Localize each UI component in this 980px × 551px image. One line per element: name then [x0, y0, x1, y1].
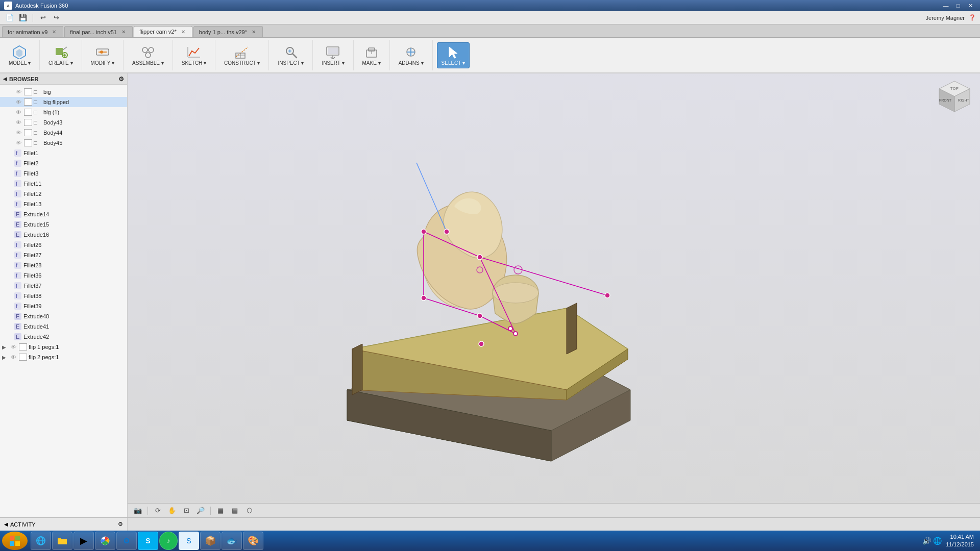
- visibility-checkbox[interactable]: [19, 343, 27, 350]
- browser-item-big[interactable]: 👁 □ big: [0, 87, 127, 97]
- taskbar-app5[interactable]: 📦: [200, 532, 220, 550]
- visibility-checkbox[interactable]: [24, 109, 32, 116]
- addins-button[interactable]: ADD-INS ▾: [394, 42, 428, 68]
- visibility-icon[interactable]: 👁: [9, 354, 17, 360]
- create-button[interactable]: CREATE ▾: [44, 42, 78, 68]
- browser-item-extrude41[interactable]: E Extrude41: [0, 321, 127, 332]
- browser-item-fillet12[interactable]: f Fillet12: [0, 189, 127, 199]
- browser-item-extrude15[interactable]: E Extrude15: [0, 219, 127, 230]
- taskbar-app6[interactable]: 🐟: [222, 532, 242, 550]
- browser-item-fillet39[interactable]: f Fillet39: [0, 301, 127, 311]
- zoom-fit-button[interactable]: ⊡: [180, 505, 192, 516]
- tab-close-final[interactable]: ✕: [120, 29, 127, 35]
- browser-item-fillet1[interactable]: f Fillet1: [0, 148, 127, 158]
- taskbar-skype[interactable]: S: [138, 532, 158, 550]
- taskbar-paint[interactable]: 🎨: [243, 532, 263, 550]
- tree-expand-arrow[interactable]: ▶: [2, 344, 9, 350]
- modify-button[interactable]: MODIFY ▾: [86, 42, 119, 68]
- new-button[interactable]: 📄: [4, 13, 15, 23]
- assemble-button[interactable]: ASSEMBLE ▾: [128, 42, 168, 68]
- taskbar-spotify[interactable]: ♪: [159, 532, 178, 550]
- insert-button[interactable]: INSERT ▾: [317, 42, 349, 68]
- browser-item-extrude14[interactable]: E Extrude14: [0, 209, 127, 219]
- browser-settings-icon[interactable]: ⚙: [118, 76, 124, 83]
- minimize-button[interactable]: —: [940, 1, 951, 10]
- orbit-button[interactable]: ⟳: [152, 505, 164, 516]
- undo-button[interactable]: ↩: [37, 13, 48, 23]
- display-mode-button[interactable]: ▦: [214, 505, 227, 516]
- taskbar-chrome[interactable]: [95, 532, 115, 550]
- browser-item-body45[interactable]: 👁 □ Body45: [0, 138, 127, 148]
- environment-button[interactable]: ⬡: [243, 505, 255, 516]
- select-button[interactable]: SELECT ▾: [437, 42, 470, 68]
- tab-animation[interactable]: for animation v9 ✕: [2, 26, 63, 37]
- model-icon: [11, 45, 28, 59]
- browser-item-fillet26[interactable]: f Fillet26: [0, 240, 127, 250]
- tab-final-par[interactable]: final par... inch v51 ✕: [64, 26, 133, 37]
- browser-item-fillet28[interactable]: f Fillet28: [0, 260, 127, 270]
- construct-button[interactable]: CONSTRUCT ▾: [219, 42, 264, 68]
- visibility-icon[interactable]: 👁: [9, 344, 17, 350]
- browser-collapse-arrow[interactable]: ◀: [3, 76, 7, 82]
- activity-settings-icon[interactable]: ⚙: [118, 521, 123, 528]
- visibility-icon[interactable]: 👁: [14, 89, 22, 95]
- close-button[interactable]: ✕: [965, 1, 976, 10]
- taskbar-ie[interactable]: [31, 532, 51, 550]
- redo-button[interactable]: ↪: [51, 13, 62, 23]
- help-icon[interactable]: ❓: [969, 14, 976, 21]
- addins-label: ADD-INS ▾: [399, 60, 424, 66]
- visibility-checkbox[interactable]: [24, 88, 32, 95]
- taskbar-outlook[interactable]: O: [116, 532, 137, 550]
- browser-item-fillet37[interactable]: f Fillet37: [0, 281, 127, 291]
- navigation-cube[interactable]: TOP RIGHT FRONT: [934, 79, 975, 119]
- browser-item-extrude42[interactable]: E Extrude42: [0, 332, 127, 342]
- visibility-checkbox[interactable]: [19, 354, 27, 361]
- grid-button[interactable]: ▤: [229, 505, 241, 516]
- activity-collapse-arrow[interactable]: ◀: [4, 521, 8, 527]
- inspect-button[interactable]: INSPECT ▾: [273, 42, 308, 68]
- save-button[interactable]: 💾: [17, 13, 29, 23]
- visibility-checkbox[interactable]: [24, 129, 32, 136]
- browser-item-body43[interactable]: 👁 □ Body43: [0, 117, 127, 128]
- visibility-icon[interactable]: 👁: [14, 99, 22, 105]
- tab-body[interactable]: body 1 p... ths v29* ✕: [193, 26, 263, 37]
- camera-button[interactable]: 📷: [132, 505, 144, 516]
- browser-item-body44[interactable]: 👁 □ Body44: [0, 128, 127, 138]
- browser-item-fillet13[interactable]: f Fillet13: [0, 199, 127, 209]
- browser-item-fillet38[interactable]: f Fillet38: [0, 291, 127, 301]
- browser-item-fillet3[interactable]: f Fillet3: [0, 168, 127, 179]
- pan-button[interactable]: ✋: [166, 505, 178, 516]
- taskbar-skype2[interactable]: S: [179, 532, 199, 550]
- tab-close-body[interactable]: ✕: [250, 29, 257, 35]
- tab-flipper-cam[interactable]: flipper cam v2* ✕: [134, 26, 192, 37]
- browser-group-flip1[interactable]: ▶ 👁 flip 1 pegs:1: [0, 342, 127, 352]
- maximize-button[interactable]: □: [952, 1, 964, 10]
- make-button[interactable]: MAKE ▾: [358, 42, 385, 68]
- tab-close-flipper[interactable]: ✕: [180, 29, 187, 35]
- browser-item-fillet27[interactable]: f Fillet27: [0, 250, 127, 260]
- visibility-checkbox[interactable]: [24, 119, 32, 126]
- visibility-icon[interactable]: 👁: [14, 140, 22, 146]
- browser-item-fillet2[interactable]: f Fillet2: [0, 158, 127, 168]
- browser-item-big-1[interactable]: 👁 □ big (1): [0, 107, 127, 117]
- browser-item-big-flipped[interactable]: 👁 □ big flipped: [0, 97, 127, 107]
- browser-item-extrude16[interactable]: E Extrude16: [0, 230, 127, 240]
- tab-close-animation[interactable]: ✕: [51, 29, 58, 35]
- sketch-button[interactable]: SKETCH ▾: [177, 42, 211, 68]
- visibility-icon[interactable]: 👁: [14, 119, 22, 126]
- browser-item-fillet36[interactable]: f Fillet36: [0, 270, 127, 281]
- visibility-icon[interactable]: 👁: [14, 109, 22, 115]
- visibility-icon[interactable]: 👁: [14, 130, 22, 136]
- tree-expand-arrow[interactable]: ▶: [2, 355, 9, 360]
- browser-group-flip2[interactable]: ▶ 👁 flip 2 pegs:1: [0, 352, 127, 362]
- taskbar-media[interactable]: ▶: [74, 532, 94, 550]
- browser-item-fillet11[interactable]: f Fillet11: [0, 179, 127, 189]
- start-button[interactable]: [2, 532, 28, 550]
- visibility-checkbox[interactable]: [24, 98, 32, 106]
- 3d-viewport[interactable]: TOP RIGHT FRONT 📷 ⟳ ✋ ⊡ 🔎 ▦ ▤ ⬡: [128, 73, 980, 517]
- taskbar-folder[interactable]: [52, 532, 72, 550]
- model-button[interactable]: MODEL ▾: [4, 42, 35, 68]
- zoom-button[interactable]: 🔎: [194, 505, 207, 516]
- visibility-checkbox[interactable]: [24, 139, 32, 146]
- browser-item-extrude40[interactable]: E Extrude40: [0, 311, 127, 321]
